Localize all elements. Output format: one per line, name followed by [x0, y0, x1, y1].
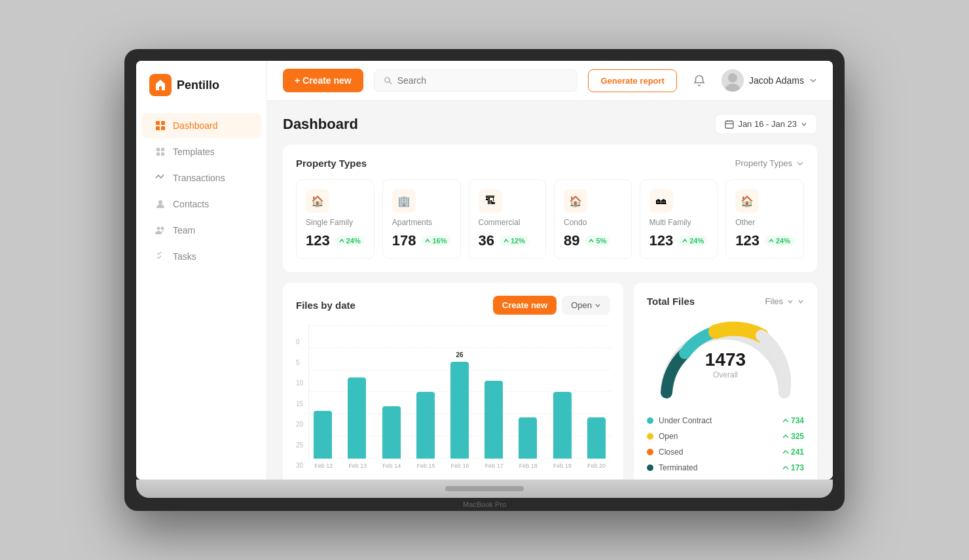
- svg-line-8: [390, 82, 392, 84]
- property-type-icon: 🏠: [564, 189, 587, 213]
- bar-group: 26: [446, 362, 473, 459]
- sidebar-item-dashboard[interactable]: Dashboard: [141, 113, 261, 138]
- property-type-item: 🏗 Commercial 36 12%: [469, 179, 547, 259]
- bar: [553, 392, 572, 459]
- logo-icon: [149, 74, 172, 96]
- bar: [450, 362, 469, 459]
- sidebar-item-team[interactable]: Team: [141, 218, 261, 243]
- bar-group: [480, 381, 507, 459]
- legend-item: Under Contract 734: [647, 413, 804, 429]
- chevron-down-icon: [787, 298, 794, 305]
- property-type-count: 178: [392, 232, 416, 249]
- gauge-chart: 1473 Overall: [647, 317, 804, 402]
- bar-group: [309, 411, 337, 459]
- chevron-down-icon: [797, 298, 804, 305]
- svg-point-5: [157, 227, 160, 230]
- x-label: Feb 12: [310, 463, 337, 469]
- property-type-bottom: 178 16%: [392, 232, 451, 249]
- legend-dot: [647, 417, 653, 424]
- generate-report-button[interactable]: Generate report: [588, 69, 677, 92]
- property-type-badge: 12%: [500, 236, 529, 246]
- chart-header: Files by date Create new Open: [296, 296, 610, 315]
- property-types-title: Property Types: [296, 158, 367, 169]
- legend-dot: [647, 433, 653, 440]
- property-type-item: 🏠 Condo 89 5%: [554, 179, 632, 259]
- sidebar-item-tasks[interactable]: Tasks: [141, 244, 261, 269]
- property-type-count: 123: [735, 232, 759, 249]
- chevron-down-icon: [594, 302, 601, 309]
- property-type-item: 🏘 Multi Family 123 24%: [640, 179, 718, 259]
- x-label: Feb 16: [447, 463, 474, 469]
- property-type-item: 🏠 Other 123 24%: [725, 179, 804, 259]
- property-type-bottom: 123 24%: [306, 232, 365, 249]
- macbook-label: MacBook Pro: [136, 498, 833, 511]
- property-type-icon: 🏠: [306, 189, 329, 213]
- sidebar-item-transactions[interactable]: Transactions: [141, 166, 261, 190]
- property-type-badge: 16%: [421, 236, 450, 246]
- x-label: Feb 15: [412, 463, 439, 469]
- bar-group: [343, 377, 371, 459]
- property-type-count: 123: [649, 232, 674, 249]
- bar: [416, 392, 435, 459]
- bar: [587, 417, 606, 459]
- x-label: Feb 18: [515, 463, 542, 469]
- property-type-name: Other: [735, 218, 794, 227]
- bottom-section: Files by date Create new Open: [283, 283, 817, 480]
- create-new-button[interactable]: + Create new: [283, 69, 363, 92]
- user-name: Jacob Adams: [749, 75, 804, 86]
- sidebar-item-contacts[interactable]: Contacts: [141, 192, 261, 217]
- bar-value: 26: [456, 351, 463, 359]
- bars-container: 26: [308, 325, 610, 459]
- legend-value: 734: [782, 416, 804, 425]
- app-name: Pentillo: [177, 79, 219, 92]
- property-type-name: Condo: [564, 218, 622, 227]
- notification-bell[interactable]: [687, 69, 711, 92]
- svg-rect-12: [725, 121, 733, 128]
- x-label: Feb 17: [481, 463, 508, 469]
- sidebar-item-label: Transactions: [173, 173, 225, 183]
- date-range-picker[interactable]: Jan 16 - Jan 23: [715, 114, 817, 134]
- gauge-label: Overall: [705, 370, 746, 379]
- property-type-bottom: 123 24%: [735, 232, 794, 249]
- property-types-dropdown[interactable]: Property Types: [735, 158, 804, 168]
- sidebar-item-templates[interactable]: Templates: [141, 139, 261, 164]
- search-icon: [384, 76, 392, 85]
- bar: [314, 411, 332, 459]
- property-type-item: 🏠 Single Family 123 24%: [296, 179, 375, 259]
- chart-create-button[interactable]: Create new: [493, 296, 557, 315]
- property-type-bottom: 123 24%: [649, 232, 708, 249]
- legend-dot: [647, 464, 653, 471]
- page-header: Dashboard Jan 16 - Jan 23: [283, 114, 817, 134]
- logo-area: Pentillo: [136, 74, 266, 112]
- bar: [484, 381, 503, 459]
- legend-label: Open: [647, 432, 678, 441]
- sidebar: Pentillo Dashboard: [136, 61, 267, 480]
- files-dropdown[interactable]: Files: [765, 296, 804, 306]
- legend-item: Terminated 173: [647, 460, 804, 476]
- bar-group: [412, 392, 439, 459]
- legend: Under Contract 734 Open 325 Closed: [647, 413, 804, 476]
- bar-group: [583, 417, 610, 459]
- open-button[interactable]: Open: [562, 296, 610, 315]
- total-files-header: Total Files Files: [647, 296, 804, 307]
- topbar: + Create new Generate report: [267, 61, 833, 101]
- chart-title: Files by date: [296, 300, 356, 311]
- chart-actions: Create new Open: [493, 296, 610, 315]
- property-types-card: Property Types Property Types 🏠 Single F…: [283, 145, 817, 272]
- total-files-card: Total Files Files: [634, 283, 817, 480]
- chevron-down-icon: [801, 121, 807, 128]
- dashboard-icon: [155, 120, 166, 131]
- bars-wrapper: 26 Feb 12Feb 13Feb 14Feb 15Feb 16Feb 17F…: [308, 325, 610, 469]
- team-icon: [155, 224, 166, 236]
- sidebar-item-label: Contacts: [173, 199, 209, 209]
- search-input[interactable]: [397, 75, 568, 86]
- bar-group: [378, 406, 405, 459]
- gauge-number: 1473: [705, 349, 746, 370]
- legend-item: Closed 241: [647, 444, 804, 460]
- bar-chart: 30 25 20 15 10 5 0: [296, 325, 610, 469]
- x-axis-labels: Feb 12Feb 13Feb 14Feb 15Feb 16Feb 17Feb …: [308, 463, 610, 469]
- page-title: Dashboard: [283, 116, 358, 133]
- calendar-icon: [725, 120, 734, 129]
- transactions-icon: [155, 172, 166, 184]
- user-menu[interactable]: Jacob Adams: [722, 69, 817, 92]
